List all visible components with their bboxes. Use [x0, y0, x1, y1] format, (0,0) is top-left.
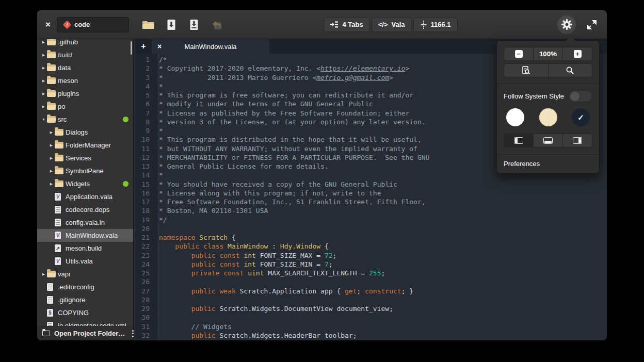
line-number: 9 [135, 126, 154, 135]
line-number: 12 [135, 153, 154, 162]
tab-mainwindow-vala[interactable]: × MainWindow.vala [152, 39, 269, 54]
save-file-button[interactable] [164, 17, 179, 32]
tree-item-plugins[interactable]: ▶plugins [37, 87, 133, 100]
tree-item-meson-build[interactable]: ↗meson.build [37, 242, 133, 255]
tree-item-label: .gitignore [58, 296, 85, 304]
line-number: 11 [135, 144, 154, 153]
tree-item-data[interactable]: ▶data [37, 61, 133, 74]
tree-item-label: MainWindow.vala [66, 232, 118, 239]
expander-icon[interactable]: ▶ [48, 156, 55, 160]
line-number: 1 [135, 55, 154, 64]
style-sepia-button[interactable] [539, 108, 557, 126]
open-project-folder-button[interactable]: Open Project Folder… [37, 326, 133, 340]
expander-icon[interactable]: ▶ [40, 40, 47, 44]
folder-icon [47, 39, 56, 45]
tree-item-codecore-deps[interactable]: codecore.deps [37, 203, 133, 216]
tree-item-config-vala-in[interactable]: config.vala.in [37, 216, 133, 229]
zoom-in-button[interactable]: + [562, 47, 592, 61]
tree-item-utils-vala[interactable]: VUtils.vala [37, 255, 133, 268]
save-as-icon [189, 19, 199, 30]
zoom-level-label: 100% [539, 50, 557, 58]
tree-item--editorconfig[interactable]: .editorconfig [37, 281, 133, 293]
style-light-button[interactable] [506, 108, 524, 126]
preferences-menu-item[interactable]: Preferences [497, 154, 599, 173]
expander-icon[interactable]: ▶ [40, 66, 47, 70]
revert-button[interactable] [210, 17, 224, 32]
code-line: 33 private Gtk.Revealer search_revealer; [135, 340, 607, 340]
tree-item-src[interactable]: ▼src [37, 113, 133, 126]
new-tab-button[interactable]: + [135, 39, 152, 54]
expander-icon[interactable]: ▶ [48, 182, 55, 186]
code-line: 25 private const uint MAX_SEARCH_TEXT_LE… [135, 269, 607, 277]
tab-close-icon[interactable]: × [157, 43, 162, 50]
expander-icon[interactable]: ▶ [40, 79, 47, 83]
tree-item-label: build [58, 51, 72, 59]
expander-icon[interactable]: ▶ [40, 53, 47, 57]
tree-item-label: .editorconfig [58, 283, 94, 291]
save-as-button[interactable] [187, 17, 201, 32]
expander-icon[interactable]: ▶ [48, 169, 55, 173]
tree-item-symbolpane[interactable]: ▶SymbolPane [37, 164, 133, 177]
code-line: 24 public const int FONT_SIZE_MIN = 7; [135, 260, 607, 269]
line-number: 20 [135, 224, 154, 233]
tree-item-services[interactable]: ▶Services [37, 152, 133, 164]
fullscreen-button[interactable] [584, 17, 600, 32]
document-status-buttons: 4 Tabs </> Vala 1166.1 [324, 18, 457, 32]
line-number: 18 [135, 206, 154, 215]
expander-icon[interactable]: ▶ [48, 130, 55, 135]
layout-toggle-buttons [504, 134, 592, 147]
license-file-icon: § [47, 309, 53, 317]
code-line: 18* Boston, MA 02110-1301 USA [135, 206, 607, 215]
find-in-document-button[interactable] [504, 63, 549, 77]
tree-item-label: plugins [58, 90, 79, 97]
tree-item-build[interactable]: ▶build [37, 48, 133, 61]
project-chooser-button[interactable]: / code [57, 17, 129, 32]
line-number: 8 [135, 118, 154, 126]
language-button[interactable]: </> Vala [372, 18, 412, 32]
show-right-panel-button[interactable] [562, 134, 592, 147]
tree-item-meson[interactable]: ▶meson [37, 74, 133, 87]
zoom-level-button[interactable]: 100% [533, 47, 563, 61]
line-number: 5 [135, 91, 154, 100]
tabs-icon [330, 21, 339, 28]
tree-item-application-vala[interactable]: VApplication.vala [37, 190, 133, 203]
tab-overview-button[interactable]: 4 Tabs [324, 18, 369, 32]
tree-item-vapi[interactable]: ▶vapi [37, 268, 133, 281]
tree-item-label: COPYING [58, 309, 89, 317]
tree-item-label: Dialogs [66, 128, 88, 136]
show-sidebar-button[interactable] [504, 134, 534, 147]
search-icon [566, 66, 574, 75]
code-line: 21namespace Scratch { [135, 233, 607, 242]
zoom-in-icon: + [574, 50, 582, 58]
code-line: 23 public const int FONT_SIZE_MAX = 72; [135, 251, 607, 260]
expander-icon[interactable]: ▶ [48, 143, 55, 147]
style-dark-button[interactable]: ✓ [572, 108, 590, 126]
expander-icon[interactable]: ▶ [40, 272, 47, 276]
goto-line-button[interactable]: 1166.1 [413, 18, 458, 32]
line-number: 26 [135, 277, 154, 286]
tree-item--github[interactable]: ▶.github [37, 39, 133, 48]
tree-item-label: Application.vala [66, 193, 112, 201]
tree-item-dialogs[interactable]: ▶Dialogs [37, 126, 133, 139]
tree-item-copying[interactable]: §COPYING [37, 306, 133, 319]
build-file-icon: ↗ [55, 244, 61, 252]
show-bottom-panel-button[interactable] [533, 134, 563, 147]
sidebar-scrollbar[interactable] [131, 41, 132, 55]
expander-icon[interactable]: ▶ [40, 105, 47, 109]
tree-item-io-elementary-code-yml[interactable]: io.elementary.code.yml [37, 319, 133, 326]
tree-item-foldermanager[interactable]: ▶FolderManager [37, 139, 133, 152]
tree-item-widgets[interactable]: ▶Widgets [37, 177, 133, 190]
window-close-button[interactable]: × [45, 20, 51, 29]
tree-item--gitignore[interactable]: .gitignore [37, 293, 133, 306]
folder-icon [55, 180, 63, 187]
tree-item-po[interactable]: ▶po [37, 100, 133, 113]
expander-icon[interactable]: ▼ [40, 118, 47, 121]
line-number: 6 [135, 100, 154, 108]
tree-item-mainwindow-vala[interactable]: VMainWindow.vala [37, 229, 133, 242]
open-file-button[interactable] [141, 17, 156, 32]
settings-menu-button[interactable] [557, 15, 576, 34]
expander-icon[interactable]: ▶ [40, 92, 47, 96]
global-search-button[interactable] [548, 63, 593, 77]
follow-system-style-toggle[interactable] [569, 90, 592, 102]
zoom-out-button[interactable]: − [504, 47, 534, 61]
